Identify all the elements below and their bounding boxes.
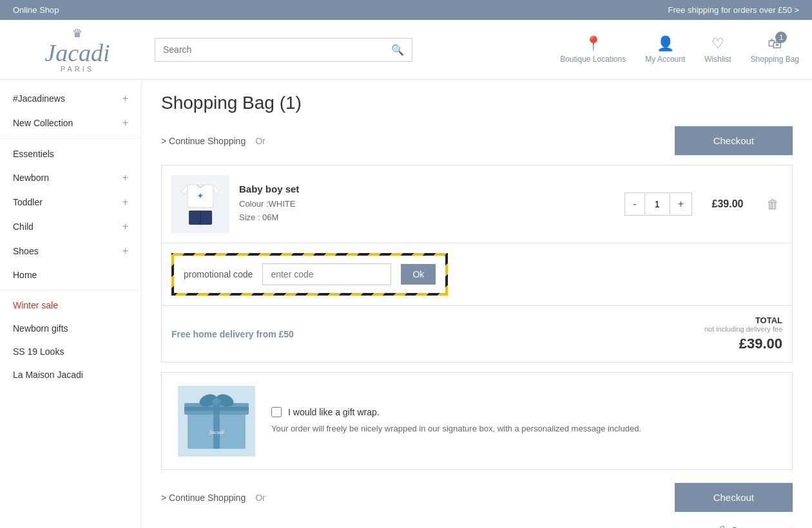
- sidebar-label-toddler: Toddler: [13, 197, 43, 207]
- top-banner-left: Online Shop: [13, 5, 59, 15]
- sidebar: #Jacadinews + New Collection + Essentiel…: [0, 80, 142, 528]
- sidebar-item-winter-sale[interactable]: Winter sale: [0, 294, 141, 317]
- logo-crown: ♛: [13, 26, 142, 41]
- checkout-button-bottom[interactable]: Checkout: [675, 483, 793, 512]
- quantity-decrease-button[interactable]: -: [625, 193, 644, 215]
- cart-item-price: £39.00: [702, 198, 753, 210]
- promo-warning-box: promotional code Ok: [171, 253, 448, 296]
- gift-info: I would like a gift wrap. Your order wil…: [271, 407, 776, 436]
- sidebar-label-new-collection: New Collection: [13, 118, 73, 128]
- shopping-bag-button[interactable]: 🛍 1 Shopping Bag: [751, 35, 799, 64]
- svg-marker-1: [181, 185, 188, 194]
- delivery-label: Free home delivery: [171, 329, 254, 339]
- boutique-label: Boutique Locations: [560, 55, 626, 64]
- logo: ♛ Jacadi PARIS: [13, 26, 142, 73]
- sidebar-label-jacadinews: #Jacadinews: [13, 93, 65, 104]
- sidebar-label-home: Home: [13, 270, 37, 280]
- sidebar-label-newborn: Newborn: [13, 173, 49, 183]
- sidebar-item-la-maison[interactable]: La Maison Jacadi: [0, 363, 141, 386]
- sidebar-item-newborn-gifts[interactable]: Newborn gifts: [0, 317, 141, 340]
- gift-image: Jacadi: [178, 386, 255, 457]
- promo-ok-button[interactable]: Ok: [401, 264, 436, 285]
- secure-payment-label: Secure payment: [731, 525, 793, 529]
- gift-wrap-description: Your order will freely be nicely wrapped…: [271, 422, 776, 436]
- main-layout: #Jacadinews + New Collection + Essentiel…: [0, 80, 812, 528]
- action-bar-bottom: > Continue Shopping Or Checkout: [161, 483, 793, 518]
- promo-label: promotional code: [184, 269, 253, 279]
- sidebar-plus-child: +: [122, 221, 128, 232]
- or-text-bottom: Or: [255, 493, 266, 503]
- sidebar-item-jacadinews[interactable]: #Jacadinews +: [0, 86, 141, 111]
- delete-item-button[interactable]: 🗑: [763, 194, 782, 215]
- cart-table: ✦ Baby boy set Colour :WHITE Size : 06M …: [161, 165, 793, 363]
- lock-icon: 🔒: [717, 525, 728, 528]
- sidebar-item-new-collection[interactable]: New Collection +: [0, 111, 141, 135]
- promo-input[interactable]: [262, 263, 391, 285]
- search-area: 🔍: [155, 38, 547, 62]
- gift-wrap-section: Jacadi I would like a gift wrap. Your or…: [161, 372, 793, 470]
- sidebar-plus-jacadinews: +: [122, 93, 128, 104]
- sidebar-label-newborn-gifts: Newborn gifts: [13, 323, 68, 334]
- cart-product-name: Baby boy set: [239, 184, 615, 194]
- sidebar-item-toddler[interactable]: Toddler +: [0, 190, 141, 214]
- wishlist-icon: ♡: [711, 35, 724, 52]
- gift-box-svg: Jacadi: [181, 389, 252, 453]
- sidebar-label-child: Child: [13, 222, 34, 232]
- boutique-locations-button[interactable]: 📍 Boutique Locations: [560, 35, 626, 64]
- sidebar-plus-new-collection: +: [122, 117, 128, 129]
- total-label: TOTAL: [704, 316, 782, 325]
- sidebar-label-la-maison: La Maison Jacadi: [13, 370, 83, 380]
- svg-rect-9: [184, 407, 249, 411]
- wishlist-label: Wishlist: [704, 55, 731, 64]
- sidebar-item-newborn[interactable]: Newborn +: [0, 165, 141, 190]
- delivery-info: Free home delivery from £50: [171, 329, 294, 339]
- cart-badge: 1: [775, 32, 787, 43]
- continue-shopping-bottom[interactable]: > Continue Shopping: [161, 493, 246, 503]
- total-sublabel: not including delivery fee: [704, 325, 782, 333]
- shopping-bag-label: Shopping Bag: [751, 55, 799, 64]
- sidebar-item-shoes[interactable]: Shoes +: [0, 239, 141, 263]
- top-banner-right[interactable]: Free shipping for orders over £50 >: [668, 5, 799, 15]
- sidebar-label-winter-sale: Winter sale: [13, 300, 58, 310]
- sidebar-item-child[interactable]: Child +: [0, 214, 141, 239]
- gift-wrap-checkbox[interactable]: [271, 407, 282, 417]
- sidebar-label-shoes: Shoes: [13, 246, 39, 256]
- sidebar-item-essentiels[interactable]: Essentiels: [0, 142, 141, 165]
- cart-item-details: Baby boy set Colour :WHITE Size : 06M: [239, 184, 615, 225]
- gift-checkbox-row: I would like a gift wrap.: [271, 407, 776, 417]
- search-icon[interactable]: 🔍: [391, 44, 404, 56]
- trash-icon: 🗑: [766, 197, 779, 211]
- account-icon: 👤: [657, 35, 674, 52]
- nav-icons: 📍 Boutique Locations 👤 My Account ♡ Wish…: [560, 35, 799, 64]
- cart-product-size: Size : 06M: [239, 211, 615, 225]
- gift-wrap-label[interactable]: I would like a gift wrap.: [288, 407, 380, 417]
- quantity-increase-button[interactable]: +: [670, 193, 691, 215]
- location-icon: 📍: [585, 35, 602, 52]
- wishlist-button[interactable]: ♡ Wishlist: [704, 35, 731, 64]
- sidebar-item-ss19-looks[interactable]: SS 19 Looks: [0, 340, 141, 363]
- svg-marker-2: [213, 185, 220, 194]
- svg-text:✦: ✦: [197, 191, 204, 201]
- total-price: £39.00: [704, 335, 782, 352]
- sidebar-divider-1: [0, 138, 141, 139]
- content-area: Shopping Bag (1) > Continue Shopping Or …: [142, 80, 812, 528]
- sidebar-plus-shoes: +: [122, 245, 128, 257]
- quantity-control: - +: [624, 193, 692, 216]
- logo-brand[interactable]: Jacadi: [13, 41, 142, 65]
- delivery-text: Free home delivery from £50: [171, 329, 294, 339]
- svg-text:Jacadi: Jacadi: [209, 429, 224, 435]
- sidebar-plus-newborn: +: [122, 172, 128, 184]
- secure-payment: 🔒 Secure payment: [161, 525, 793, 528]
- quantity-input[interactable]: [644, 194, 670, 214]
- continue-shopping-top[interactable]: > Continue Shopping: [161, 136, 246, 146]
- action-bar-top: > Continue Shopping Or Checkout: [161, 126, 793, 155]
- sidebar-plus-toddler: +: [122, 196, 128, 208]
- checkout-button-top[interactable]: Checkout: [675, 126, 793, 155]
- search-input[interactable]: [163, 44, 391, 55]
- sidebar-item-home[interactable]: Home: [0, 263, 141, 287]
- delivery-highlight: from £50: [256, 329, 294, 339]
- my-account-button[interactable]: 👤 My Account: [645, 35, 685, 64]
- account-label: My Account: [645, 55, 685, 64]
- svg-point-12: [212, 399, 221, 405]
- product-image-svg: ✦: [175, 178, 226, 230]
